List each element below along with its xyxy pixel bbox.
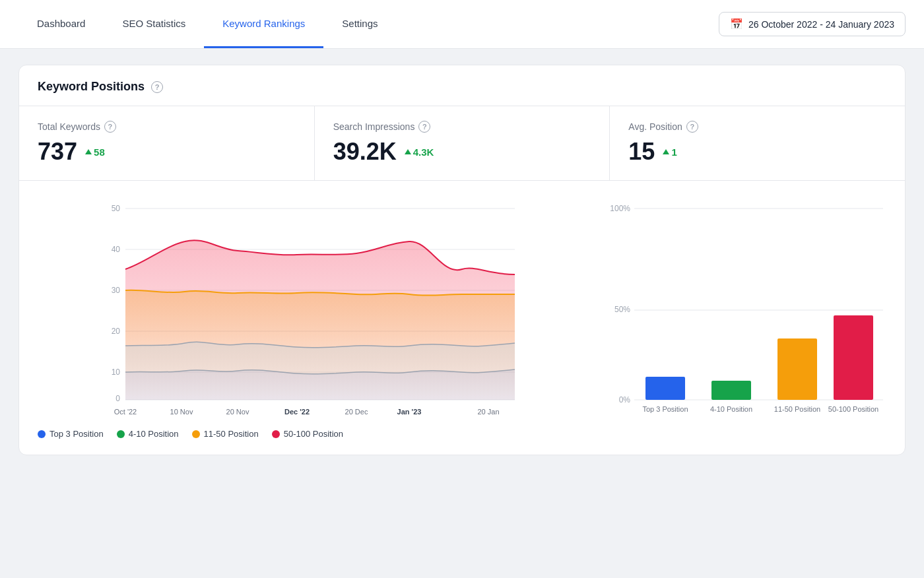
tab-keyword-rankings[interactable]: Keyword Rankings xyxy=(204,0,323,48)
stat-label-avg-position: Avg. Position ? xyxy=(628,121,886,133)
tab-dashboard[interactable]: Dashboard xyxy=(18,0,104,48)
legend-item-4-10: 4-10 Position xyxy=(117,429,179,439)
help-icon[interactable]: ? xyxy=(151,81,163,93)
svg-text:Dec '22: Dec '22 xyxy=(284,408,310,416)
bar-chart-svg: 100% 50% 0% xyxy=(609,197,886,421)
svg-text:Jan '23: Jan '23 xyxy=(397,408,422,416)
chart-legend: Top 3 Position 4-10 Position 11-50 Posit… xyxy=(38,424,583,439)
stat-value-avg-position: 15 xyxy=(628,138,655,166)
svg-text:0: 0 xyxy=(116,394,120,403)
svg-text:100%: 100% xyxy=(610,204,630,213)
legend-label-50-100: 50-100 Position xyxy=(284,429,343,439)
svg-rect-26 xyxy=(711,381,751,400)
main-content: Keyword Positions ? Total Keywords ? 737… xyxy=(0,49,924,471)
svg-text:30: 30 xyxy=(112,286,121,295)
legend-dot-top3 xyxy=(38,430,46,438)
svg-text:50-100 Position: 50-100 Position xyxy=(828,405,878,413)
svg-text:Top 3 Position: Top 3 Position xyxy=(642,405,688,413)
keyword-positions-card: Keyword Positions ? Total Keywords ? 737… xyxy=(18,65,906,455)
svg-text:20: 20 xyxy=(112,327,121,336)
stat-label-total-keywords: Total Keywords ? xyxy=(38,121,296,133)
svg-rect-28 xyxy=(834,315,873,400)
stat-value-search-impressions: 39.2K xyxy=(333,138,397,166)
svg-text:20 Jan: 20 Jan xyxy=(477,408,499,416)
svg-text:10 Nov: 10 Nov xyxy=(170,408,193,416)
help-icon-search-impressions[interactable]: ? xyxy=(418,121,430,133)
legend-dot-11-50 xyxy=(192,430,200,438)
legend-label-11-50: 11-50 Position xyxy=(204,429,259,439)
legend-item-11-50: 11-50 Position xyxy=(192,429,259,439)
stat-value-row-search-impressions: 39.2K 4.3K xyxy=(333,138,591,166)
legend-dot-50-100 xyxy=(272,430,280,438)
line-chart-svg: 50 40 30 20 10 0 xyxy=(38,197,583,421)
line-chart-container: 50 40 30 20 10 0 xyxy=(38,197,583,439)
arrow-up-icon xyxy=(405,149,411,154)
stat-change-avg-position: 1 xyxy=(663,146,676,158)
stat-value-total-keywords: 737 xyxy=(38,138,77,166)
nav-tabs: Dashboard SEO Statistics Keyword Ranking… xyxy=(18,0,719,48)
legend-dot-4-10 xyxy=(117,430,125,438)
stat-total-keywords: Total Keywords ? 737 58 xyxy=(19,106,315,180)
tab-settings[interactable]: Settings xyxy=(323,0,396,48)
legend-item-top3: Top 3 Position xyxy=(38,429,104,439)
svg-text:Oct '22: Oct '22 xyxy=(114,408,137,416)
tab-seo-statistics[interactable]: SEO Statistics xyxy=(104,0,204,48)
svg-text:20 Dec: 20 Dec xyxy=(345,408,368,416)
svg-text:0%: 0% xyxy=(619,395,631,404)
svg-text:10: 10 xyxy=(112,368,121,377)
card-header: Keyword Positions ? xyxy=(19,65,905,106)
stat-change-total-keywords: 58 xyxy=(85,146,105,158)
svg-text:50: 50 xyxy=(112,204,121,213)
svg-text:50%: 50% xyxy=(614,305,630,314)
svg-text:20 Nov: 20 Nov xyxy=(226,408,249,416)
svg-text:4-10 Position: 4-10 Position xyxy=(710,405,752,413)
svg-rect-25 xyxy=(645,377,685,400)
legend-item-50-100: 50-100 Position xyxy=(272,429,343,439)
legend-label-4-10: 4-10 Position xyxy=(129,429,179,439)
help-icon-total-keywords[interactable]: ? xyxy=(104,121,116,133)
card-title: Keyword Positions xyxy=(38,80,145,94)
svg-text:11-50 Position: 11-50 Position xyxy=(774,405,820,413)
charts-area: 50 40 30 20 10 0 xyxy=(19,181,905,455)
stat-label-search-impressions: Search Impressions ? xyxy=(333,121,591,133)
calendar-icon: 📅 xyxy=(730,18,743,30)
stat-search-impressions: Search Impressions ? 39.2K 4.3K xyxy=(315,106,610,180)
help-icon-avg-position[interactable]: ? xyxy=(686,121,698,133)
arrow-up-icon xyxy=(663,149,669,154)
date-range-filter[interactable]: 📅 26 October 2022 - 24 January 2023 xyxy=(719,12,906,36)
svg-text:40: 40 xyxy=(112,245,121,254)
stat-value-row-total-keywords: 737 58 xyxy=(38,138,296,166)
bar-chart-container: 100% 50% 0% xyxy=(609,197,886,439)
arrow-up-icon xyxy=(85,149,92,154)
stat-avg-position: Avg. Position ? 15 1 xyxy=(610,106,905,180)
svg-rect-27 xyxy=(777,338,817,400)
legend-label-top3: Top 3 Position xyxy=(50,429,104,439)
stat-value-row-avg-position: 15 1 xyxy=(628,138,886,166)
stats-row: Total Keywords ? 737 58 Search Impressio… xyxy=(19,106,905,181)
top-navigation: Dashboard SEO Statistics Keyword Ranking… xyxy=(0,0,924,49)
stat-change-search-impressions: 4.3K xyxy=(405,146,434,158)
